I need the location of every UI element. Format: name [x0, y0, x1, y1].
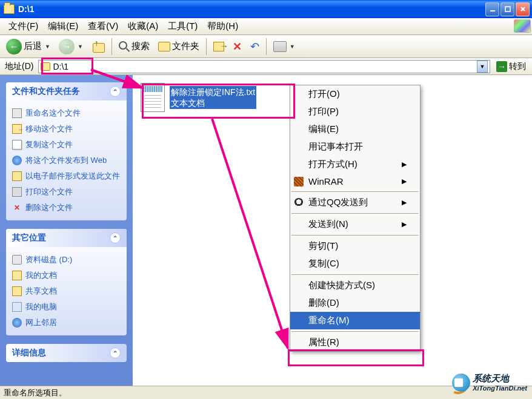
up-button[interactable] [88, 38, 108, 55]
tasks-panel-header[interactable]: 文件和文件夹任务 ⌃ [6, 82, 127, 101]
file-item[interactable]: 解除注册锁定INF法.txt 文本文档 [139, 81, 284, 114]
task-label: 移动这个文件 [25, 124, 73, 134]
place-my-computer[interactable]: 我的电脑 [12, 299, 121, 315]
maximize-button[interactable] [500, 2, 514, 16]
computer-icon [12, 302, 22, 312]
ctx-copy[interactable]: 复制(C) [290, 255, 420, 272]
task-move[interactable]: 移动这个文件 [12, 121, 121, 137]
go-button[interactable]: → 转到 [493, 60, 530, 73]
ctx-open-with[interactable]: 打开方式(H)▶ [290, 156, 420, 173]
context-menu: 打开(O) 打印(P) 编辑(E) 用记事本打开 打开方式(H)▶ WinRAR… [290, 85, 421, 352]
address-dropdown[interactable]: ▼ [477, 61, 488, 73]
menu-tools[interactable]: 工具(T) [163, 19, 202, 34]
qq-icon [294, 198, 304, 208]
chevron-down-icon: ▼ [45, 44, 50, 50]
place-label: 我的文档 [25, 270, 57, 281]
email-icon [12, 171, 22, 181]
ctx-qq-send[interactable]: 通过QQ发送到▶ [290, 194, 420, 211]
details-panel-header[interactable]: 详细信息 ⌃ [6, 344, 127, 362]
svg-rect-0 [490, 10, 495, 12]
shared-docs-icon [12, 286, 22, 296]
views-icon [273, 41, 287, 52]
ctx-label: 打开(O) [308, 88, 340, 100]
ctx-open-notepad[interactable]: 用记事本打开 [290, 138, 420, 156]
ctx-label: 发送到(N) [308, 219, 348, 230]
ctx-print[interactable]: 打印(P) [290, 103, 420, 120]
search-button[interactable]: 搜索 [115, 38, 153, 54]
separator [111, 38, 112, 55]
task-email[interactable]: 以电子邮件形式发送此文件 [12, 168, 121, 184]
chevron-up-icon: ⌃ [110, 86, 121, 97]
details-panel-title: 详细信息 [12, 348, 46, 358]
ctx-label: 剪切(T) [308, 240, 338, 252]
undo-button[interactable]: ↶ [247, 38, 263, 56]
search-label: 搜索 [131, 41, 150, 52]
separator [266, 38, 267, 55]
ctx-label: WinRAR [308, 176, 344, 186]
ctx-edit[interactable]: 编辑(E) [290, 120, 420, 138]
ctx-shortcut[interactable]: 创建快捷方式(S) [290, 277, 420, 294]
ctx-label: 复制(C) [308, 258, 339, 269]
task-label: 复制这个文件 [25, 139, 73, 150]
ctx-winrar[interactable]: WinRAR▶ [290, 173, 420, 190]
menu-favorites[interactable]: 收藏(A) [123, 19, 163, 34]
task-delete[interactable]: ✕删除这个文件 [12, 200, 121, 216]
task-print[interactable]: 打印这个文件 [12, 184, 121, 200]
place-drive-d[interactable]: 资料磁盘 (D:) [12, 252, 121, 268]
places-panel-header[interactable]: 其它位置 ⌃ [6, 229, 127, 247]
forward-button[interactable]: → ▼ [55, 36, 87, 57]
place-label: 共享文档 [25, 286, 57, 297]
place-my-documents[interactable]: 我的文档 [12, 268, 121, 283]
place-label: 网上邻居 [25, 317, 57, 328]
place-label: 资料磁盘 (D:) [25, 254, 72, 265]
menu-file[interactable]: 文件(F) [4, 19, 43, 34]
ctx-label: 编辑(E) [308, 124, 339, 135]
folders-label: 文件夹 [172, 41, 199, 52]
file-name: 解除注册锁定INF法.txt [171, 87, 255, 97]
ctx-open[interactable]: 打开(O) [290, 85, 420, 103]
ctx-send-to[interactable]: 发送到(N)▶ [290, 216, 420, 233]
places-panel: 其它位置 ⌃ 资料磁盘 (D:) 我的文档 共享文档 我的电脑 网上邻居 [6, 229, 127, 335]
folders-button[interactable]: 文件夹 [155, 38, 203, 54]
ctx-label: 用记事本打开 [308, 141, 363, 153]
task-publish-web[interactable]: 将这个文件发布到 Web [12, 153, 121, 168]
views-button[interactable]: ▼ [270, 39, 299, 54]
task-rename[interactable]: 重命名这个文件 [12, 105, 121, 121]
menu-help[interactable]: 帮助(H) [202, 19, 243, 34]
minimize-button[interactable] [485, 2, 499, 16]
close-button[interactable] [516, 2, 530, 16]
menu-view[interactable]: 查看(V) [83, 19, 123, 34]
separator [291, 191, 419, 192]
copy-icon [12, 140, 22, 150]
menu-edit[interactable]: 编辑(E) [43, 19, 83, 34]
title-bar: D:\1 [0, 0, 532, 18]
address-label: 地址(D) [2, 61, 36, 72]
place-shared-docs[interactable]: 共享文档 [12, 283, 121, 299]
ctx-cut[interactable]: 剪切(T) [290, 237, 420, 255]
search-icon [119, 41, 130, 52]
submenu-arrow-icon: ▶ [402, 177, 407, 185]
address-text: D:\1 [53, 62, 474, 71]
delete-button[interactable]: ✕ [229, 38, 245, 56]
separator [291, 331, 419, 332]
folder-icon [4, 4, 15, 14]
address-field[interactable]: D:\1 ▼ [38, 60, 490, 73]
ctx-label: 创建快捷方式(S) [308, 280, 375, 291]
toolbar: ← 后退 ▼ → ▼ 搜索 文件夹 ✕ ↶ ▼ [0, 35, 532, 58]
text-file-icon [141, 83, 165, 112]
delete-icon: ✕ [233, 40, 242, 53]
ctx-label: 打开方式(H) [308, 159, 357, 170]
move-to-button[interactable] [210, 39, 228, 54]
move-to-icon [213, 42, 224, 51]
place-network[interactable]: 网上邻居 [12, 315, 121, 331]
back-button[interactable]: ← 后退 ▼ [2, 36, 54, 57]
ctx-rename[interactable]: 重命名(M) [290, 312, 420, 329]
separator [291, 274, 419, 275]
delete-icon: ✕ [12, 203, 22, 213]
ctx-delete[interactable]: 删除(D) [290, 294, 420, 312]
ctx-properties[interactable]: 属性(R) [290, 334, 420, 351]
svg-rect-1 [505, 7, 510, 12]
move-icon [12, 124, 22, 134]
task-copy[interactable]: 复制这个文件 [12, 137, 121, 153]
folders-icon [158, 42, 170, 51]
